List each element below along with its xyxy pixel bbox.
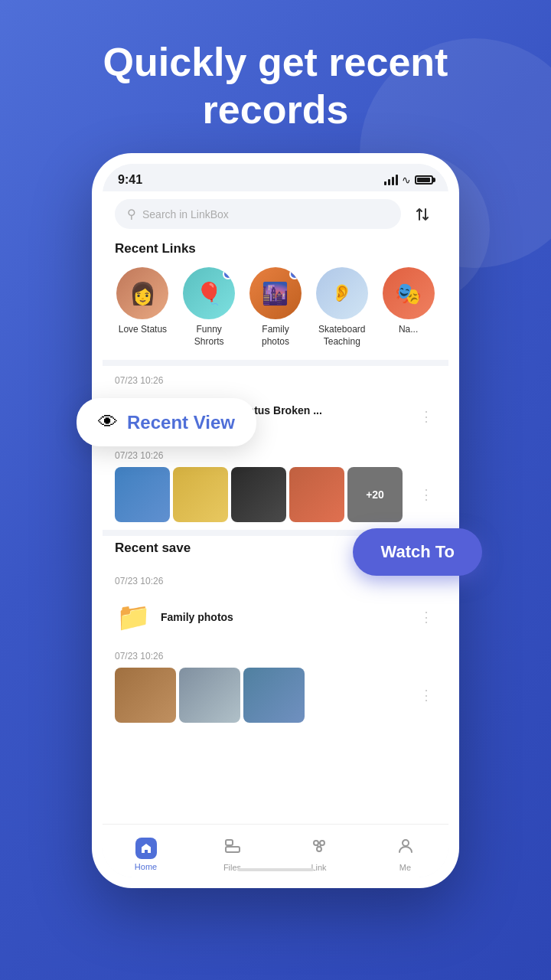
recent-links-title: Recent Links <box>115 237 436 256</box>
avatar-dot-funny <box>223 269 233 279</box>
phone-screen: 9:41 ∿ <box>103 164 448 877</box>
svg-rect-0 <box>226 840 233 845</box>
files-icon <box>223 837 242 860</box>
link-avatar-love: 👩 <box>116 267 168 319</box>
recent-links-section: Recent Links 👩 Love Status 🎈 <box>103 237 448 360</box>
eye-icon: 👁 <box>98 410 118 434</box>
save-timestamp-2: 07/23 10:26 <box>115 642 436 668</box>
save-thumb-grid <box>115 668 305 723</box>
nav-home[interactable]: Home <box>103 831 189 871</box>
thumb-1 <box>115 467 170 522</box>
link-label-family: Family photos <box>248 324 304 348</box>
divider-1 <box>103 360 448 366</box>
link-label-na: Na... <box>399 324 418 336</box>
link-item-love[interactable]: 👩 Love Status <box>115 267 171 348</box>
link-item-na[interactable]: 🎭 Na... <box>380 267 436 348</box>
link-label-skate: Skateboard Teaching <box>314 324 370 348</box>
svg-point-8 <box>403 840 409 846</box>
save-family-title: Family photos <box>161 611 407 623</box>
link-avatar-funny: 🎈 <box>183 267 235 319</box>
thumb-overflow: +20 <box>347 467 403 522</box>
status-time: 9:41 <box>118 173 142 187</box>
save-thumb-1 <box>115 668 176 723</box>
link-icon <box>310 837 328 860</box>
watch-to-button[interactable]: Watch To <box>353 528 482 576</box>
thumb-grid: +20 <box>115 467 403 522</box>
link-item-skate[interactable]: 👂 Skateboard Teaching <box>314 267 370 348</box>
watch-to-label: Watch To <box>380 542 455 561</box>
thumb-3 <box>231 467 286 522</box>
thumb-4 <box>289 467 344 522</box>
nav-link[interactable]: Link <box>276 831 362 872</box>
signal-bars-icon <box>384 175 398 185</box>
search-placeholder: Search in LinkBox <box>142 208 229 220</box>
more-icon-grid[interactable]: ⋮ <box>416 483 436 506</box>
link-avatar-family: 🌆 <box>249 267 302 319</box>
svg-point-2 <box>314 841 318 845</box>
phone-frame: 9:41 ∿ <box>92 153 459 888</box>
link-item-family[interactable]: 🌆 Family photos <box>248 267 304 348</box>
battery-icon <box>415 175 433 185</box>
nav-home-label: Home <box>135 862 157 871</box>
svg-point-4 <box>317 847 321 851</box>
home-icon <box>135 838 157 859</box>
wifi-icon: ∿ <box>402 174 411 186</box>
thumb-2 <box>173 467 228 522</box>
link-label-funny: Funny Shrorts <box>181 324 237 348</box>
list-timestamp-1: 07/23 10:26 <box>115 366 436 392</box>
svg-rect-1 <box>226 847 240 852</box>
more-icon-folder[interactable]: ⋮ <box>416 606 436 629</box>
avatar-dot-family <box>289 269 300 279</box>
status-bar: 9:41 ∿ <box>103 164 448 191</box>
recent-view-tooltip: 👁 Recent View <box>77 398 256 446</box>
svg-line-6 <box>317 844 318 847</box>
status-icons: ∿ <box>384 174 433 186</box>
save-item-family[interactable]: 📁 Family photos ⋮ <box>115 593 436 642</box>
link-item-funny[interactable]: 🎈 Funny Shrorts <box>181 267 237 348</box>
recent-view-label: Recent View <box>127 412 235 433</box>
svg-point-3 <box>320 841 324 845</box>
save-thumb-2 <box>179 668 240 723</box>
svg-line-7 <box>320 844 321 847</box>
folder-icon: 📁 <box>115 599 152 635</box>
bottom-nav: Home Files <box>103 824 448 873</box>
sort-icon[interactable] <box>409 201 436 228</box>
link-avatar-na: 🎭 <box>383 267 435 319</box>
search-icon: ⚲ <box>127 207 136 221</box>
link-avatar-skate: 👂 <box>316 267 368 319</box>
save-thumb-3 <box>243 668 305 723</box>
nav-me[interactable]: Me <box>362 831 448 872</box>
phone-wrapper: 9:41 ∿ <box>92 153 459 888</box>
nav-me-label: Me <box>399 863 411 872</box>
me-icon <box>396 837 415 860</box>
home-bar <box>237 868 314 871</box>
save-family-info: Family photos <box>161 611 407 623</box>
more-icon-save[interactable]: ⋮ <box>416 684 436 707</box>
recent-links-scroll: 👩 Love Status 🎈 Funny Shrorts <box>115 267 436 348</box>
search-bar-row: ⚲ Search in LinkBox <box>103 191 448 237</box>
link-label-love: Love Status <box>119 324 167 336</box>
search-bar[interactable]: ⚲ Search in LinkBox <box>115 199 401 229</box>
more-icon-song[interactable]: ⋮ <box>416 405 436 428</box>
recent-view-list: 07/23 10:26 🎵 Very Sad Song status Broke… <box>103 366 448 530</box>
nav-files[interactable]: Files <box>189 831 276 872</box>
